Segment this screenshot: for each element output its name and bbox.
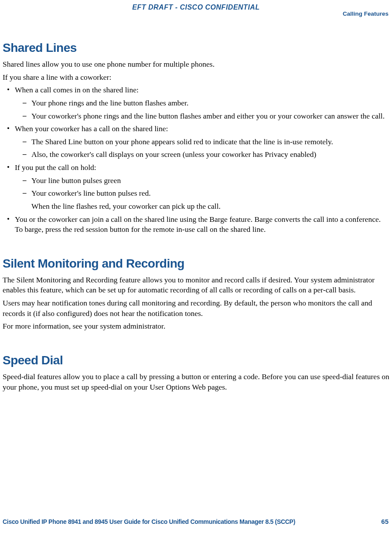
list-item-text: When a call comes in on the shared line: [15,85,139,94]
sublist: The Shared Line button on your phone app… [15,137,389,160]
list-item: Your phone rings and the line button fla… [31,98,389,109]
header-draft-label: EFT DRAFT - CISCO CONFIDENTIAL [0,3,392,11]
sublist: Your line button pulses green Your cowor… [15,176,389,212]
page-content: Shared Lines Shared lines allow you to u… [0,11,392,392]
footer-doc-title: Cisco Unified IP Phone 8941 and 8945 Use… [3,518,295,525]
silent-p2: Users may hear notification tones during… [3,298,389,319]
silent-monitoring-heading: Silent Monitoring and Recording [3,257,389,271]
sublist: Your phone rings and the line button fla… [15,98,389,121]
shared-lines-p2: If you share a line with a coworker: [3,72,389,83]
shared-lines-p1: Shared lines allow you to use one phone … [3,59,389,70]
list-item: If you put the call on hold: Your line b… [15,163,389,212]
list-item-note: When the line flashes red, your coworker… [31,201,389,212]
list-item: You or the coworker can join a call on t… [15,214,389,235]
footer-page-number: 65 [381,518,389,525]
list-item: When your coworker has a call on the sha… [15,124,389,160]
list-item: The Shared Line button on your phone app… [31,137,389,147]
speed-dial-p1: Speed-dial features allow you to place a… [3,372,389,392]
list-item: When a call comes in on the shared line:… [15,85,389,121]
silent-p3: For more information, see your system ad… [3,321,389,332]
header-section-label: Calling Features [343,10,389,17]
speed-dial-heading: Speed Dial [3,353,389,367]
shared-lines-list: When a call comes in on the shared line:… [3,85,389,235]
silent-p1: The Silent Monitoring and Recording feat… [3,275,389,295]
list-item: Also, the coworker's call displays on yo… [31,149,389,160]
list-item: Your coworker's phone rings and the line… [31,111,389,122]
list-item-text: When your coworker has a call on the sha… [15,124,168,133]
list-item: Your coworker's line button pulses red. … [31,188,389,211]
list-item-text: If you put the call on hold: [15,163,96,172]
list-item: Your line button pulses green [31,176,389,186]
page-footer: Cisco Unified IP Phone 8941 and 8945 Use… [3,518,389,525]
shared-lines-heading: Shared Lines [3,41,389,55]
list-item-text: Your coworker's line button pulses red. [31,189,151,197]
